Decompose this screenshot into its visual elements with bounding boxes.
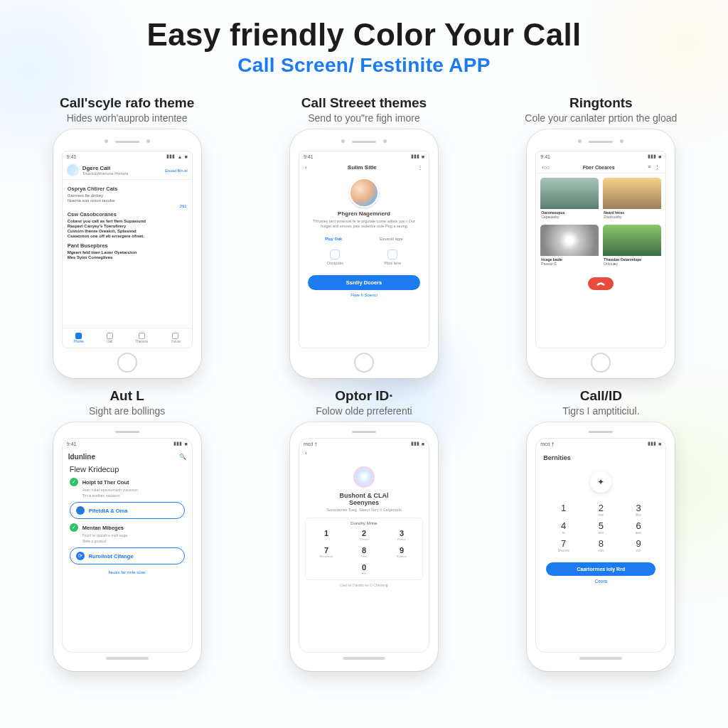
back-button[interactable]: ‹ [305,450,307,456]
feature-cell: Aut L Sight are bollings 9:41▮▮▮■ Idunli… [30,388,224,671]
link[interactable]: 291 [68,204,187,208]
search-icon[interactable]: 🔍 [179,454,186,460]
status-time: 9:41 [67,441,77,446]
dial-key[interactable]: 2cce [588,503,614,517]
header-link[interactable]: Enoad Bin-al [165,168,188,173]
item-sub: Stele p groatod [82,539,185,543]
phone-screen: mcd †▮▮▮■ ‹ Bushont & CLAl Seenynes Soos… [299,438,429,653]
secondary-link[interactable]: Ceora [536,579,665,584]
item-sub: Tmua ecelbes nastassn [82,493,185,498]
heading: Bushont & CLAl [299,492,429,499]
back-button[interactable]: ‹○○ [542,165,550,170]
keypad-key[interactable]: 7Wonsteast [309,545,344,560]
pill-button[interactable]: ⟳Rurolinbt Cifange [70,547,185,564]
hangup-button[interactable] [588,277,614,290]
secondary-link[interactable]: Flwe h Soenci [299,293,429,297]
app-logo-icon [67,164,79,176]
item-title: Mentan Mibeges [82,525,124,531]
list-item[interactable]: Cobest you call as fert flem Supasiund [68,219,187,223]
phone-mockup: mcd †▮▮▮■ ‹ Bushont & CLAl Seenynes Soos… [290,422,438,671]
keypad-key[interactable]: 3Fhswe [384,528,419,542]
theme-card[interactable]: Thassbat OstaronlopeOrlctuiey [603,225,661,267]
app-tagline: Tmadc&Wnenone Hsmore [82,171,162,176]
tab-icon [172,333,178,339]
footer-link[interactable]: fteoks far rmle sbas [63,570,192,574]
feature-title: Optor ID· [335,388,392,404]
action-item[interactable]: Oustposs [327,250,343,265]
keypad-key[interactable]: 8Thes [346,545,382,560]
theme-thumb [603,178,661,209]
theme-thumb [540,225,599,256]
list-item[interactable]: Custorn Ihenre Orealon, Splasimd [68,229,187,233]
feature-sub: Send to you"re figh imore [308,112,420,124]
dial-key[interactable]: 6teas [626,520,652,535]
dial-key[interactable]: 1 [550,503,577,517]
section-heading: Csw Casobcoranes [68,211,187,218]
status-time: 9:41 [67,154,77,159]
page-heading: Flew Kridecup [63,465,192,473]
keypad-key[interactable] [309,562,344,577]
tab-label: Gall [107,340,112,343]
item-title: Holpt td Ther Cout [82,479,129,486]
dial-icon[interactable]: ✦ [590,471,611,493]
page-subtitle: Call Screen/ Festinite APP [30,54,698,77]
dial-key[interactable]: 7Msoone [550,538,577,552]
battery-icon: ■ [658,154,661,159]
card-sub: Cepeuesby [541,215,598,219]
keypad-key[interactable]: 2Citenre [346,528,382,542]
list-item[interactable]: Mgeert feld titen Laoer Oyetarcton [68,250,187,255]
section-heading: Pant Busepbres [68,242,187,249]
dial-key[interactable]: 5anu [588,520,614,535]
phone-mockup: 9:41▮▮▮■ ‹ Sulim Sitle ⋮ Phgren Nagemner… [290,129,438,378]
tab-item[interactable]: Yroure [171,333,181,343]
feature-cell: Call'scyle rafo theme Hides worh'auprob … [30,95,224,378]
check-icon: ✓ [70,523,78,532]
menu-icon[interactable]: ≡ [648,164,651,170]
pill-button[interactable]: 🎵PlfetdtA & Oma [70,502,185,519]
dial-key[interactable]: 3Wor [626,503,652,517]
phone-screen: 9:41▮▮▮▲■ Dgere Call Tmadc&Wnenone Hsmor… [62,151,193,348]
tab-item[interactable]: Phome [74,333,84,343]
action-item[interactable]: Pluy Ouk [325,237,342,241]
feature-title: Call/ID [580,388,622,404]
feature-cell: Call/ID Tigrs I amptiticiul. mcd †▮▮▮■ B… [504,388,698,671]
more-button[interactable]: ⋮ [417,164,423,171]
tab-icon [107,333,113,339]
action-item[interactable]: Easardd agre [380,237,403,241]
dial-key[interactable]: 8sfes [588,538,614,552]
theme-card[interactable]: OaconesupusCepeuesby [540,178,599,220]
list-item[interactable]: Mes Syim Conreglives [68,255,187,259]
battery-icon: ■ [658,441,661,446]
card-sub: Orlctuiey [604,262,660,266]
tab-icon [75,333,82,339]
signal-icon: ▮▮▮ [648,441,656,446]
theme-card[interactable]: Hcage baidePasslot G [540,225,599,267]
button-icon: ⟳ [76,552,85,560]
keypad-key[interactable]: 0Fet [346,562,382,577]
tab-item[interactable]: Theroms [136,333,149,343]
tab-item[interactable]: Gall [107,333,113,343]
dial-key[interactable]: 9wot [626,538,652,552]
signal-icon: ▮▮▮ [411,154,419,159]
heading: Seenynes [299,499,429,506]
theme-card[interactable]: Neard htcesZisocuoshy [603,178,661,220]
keypad-key[interactable] [384,562,419,577]
keypad-key[interactable]: 9Rotqdor [384,545,419,560]
list-item[interactable]: Csaacnton one off eb errargere ofiset. [68,234,187,238]
action-label: Pibis lene [384,261,401,265]
list-item[interactable]: Rasperl Canyey's Toerufirery [68,224,187,228]
signal-icon: ▮▮▮ [411,441,419,446]
sub-heading: Soosurenes Toeg, Sleeyr tfory ti Celgeno… [299,506,429,513]
more-icon[interactable]: ⋮ [655,164,660,170]
action-item[interactable]: Pibis lene [384,250,401,265]
list-item: Noeme son omon tavobe [68,198,187,203]
page-title: Easy friendly Color Your Call [30,17,698,53]
dial-key[interactable]: 4re [550,520,577,535]
primary-button[interactable]: Ssrdiy Dcoers [308,275,420,290]
phone-screen: 9:41▮▮▮■ Idunline 🔍 Flew Kridecup ✓Holpt… [62,438,193,653]
phone-mockup: 9:41▮▮▮▲■ Dgere Call Tmadc&Wnenone Hsmor… [53,129,201,378]
back-button[interactable]: ‹ [305,164,307,171]
primary-button[interactable]: Caartorrnes loly Rrd [546,562,655,576]
keypad-key[interactable]: 1 [309,528,344,542]
status-label: mcd † [304,441,317,446]
